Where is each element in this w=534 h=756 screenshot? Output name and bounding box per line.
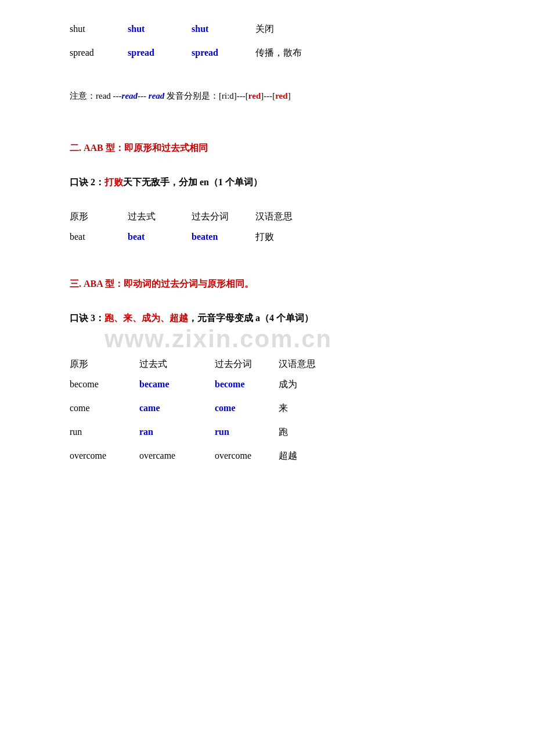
base-shut: shut (70, 24, 128, 34)
header-past-2: 过去式 (128, 211, 192, 223)
meaning-overcome: 超越 (279, 450, 297, 462)
meaning-spread: 传播，散布 (255, 47, 302, 59)
header-pp-2: 过去分词 (192, 211, 255, 223)
past-overcame: overcame (139, 451, 215, 461)
header-past-3: 过去式 (139, 358, 215, 370)
row-shut: shut shut shut 关闭 (70, 23, 464, 35)
section2-table-header: 原形 过去式 过去分词 汉语意思 (70, 211, 464, 223)
note-read-pp: read (149, 91, 165, 100)
note-read-past: read (122, 91, 138, 100)
pp-become: become (215, 379, 279, 390)
row-beat: beat beat beaten 打败 (70, 231, 464, 243)
row-spread: spread spread spread 传播，散布 (70, 47, 464, 59)
pp-spread: spread (192, 48, 255, 58)
base-become: become (70, 379, 139, 390)
base-overcome: overcome (70, 451, 139, 461)
tip3-red: 跑、来、成为、超越 (104, 313, 188, 323)
header-base-3: 原形 (70, 358, 139, 370)
meaning-shut: 关闭 (255, 23, 274, 35)
past-came: came (139, 403, 215, 413)
past-shut: shut (128, 24, 192, 34)
pp-overcome: overcome (215, 451, 279, 461)
pp-come: come (215, 403, 279, 413)
meaning-beat: 打败 (255, 231, 274, 243)
note-red2: red (275, 91, 287, 100)
base-run: run (70, 427, 139, 437)
base-beat: beat (70, 232, 128, 242)
note-read: 注意：read ---read--- read 发音分别是：[ri:d]---[… (70, 91, 464, 102)
past-beat: beat (128, 232, 192, 242)
tip2-red: 打败 (104, 177, 123, 187)
base-spread: spread (70, 48, 128, 58)
section2-heading: 二. AAB 型：即原形和过去式相同 (70, 142, 464, 154)
past-ran: ran (139, 427, 215, 437)
header-meaning-3: 汉语意思 (279, 358, 316, 370)
header-base-2: 原形 (70, 211, 128, 223)
row-run: run ran run 跑 (70, 426, 464, 438)
section3-table-header: 原形 过去式 过去分词 汉语意思 (70, 358, 464, 370)
row-become: become became become 成为 (70, 379, 464, 391)
pp-run: run (215, 427, 279, 437)
tip3-heading: 口诀 3：跑、来、成为、超越，元音字母变成 a（4 个单词） (70, 312, 464, 325)
header-meaning-2: 汉语意思 (255, 211, 293, 223)
base-come: come (70, 403, 139, 413)
section-aaa-extra: shut shut shut 关闭 spread spread spread 传… (70, 23, 464, 59)
past-became: became (139, 379, 215, 390)
note-red1: red (248, 91, 261, 100)
section3-heading: 三. ABA 型：即动词的过去分词与原形相同。 (70, 278, 464, 290)
row-overcome: overcome overcame overcome 超越 (70, 450, 464, 462)
pp-beaten: beaten (192, 232, 255, 242)
meaning-come: 来 (279, 402, 288, 415)
header-pp-3: 过去分词 (215, 358, 279, 370)
tip2-heading: 口诀 2：打败天下无敌手，分加 en（1 个单词） (70, 177, 464, 189)
pp-shut: shut (192, 24, 255, 34)
meaning-become: 成为 (279, 379, 297, 391)
meaning-run: 跑 (279, 426, 288, 438)
row-come: come came come 来 (70, 402, 464, 415)
past-spread: spread (128, 48, 192, 58)
